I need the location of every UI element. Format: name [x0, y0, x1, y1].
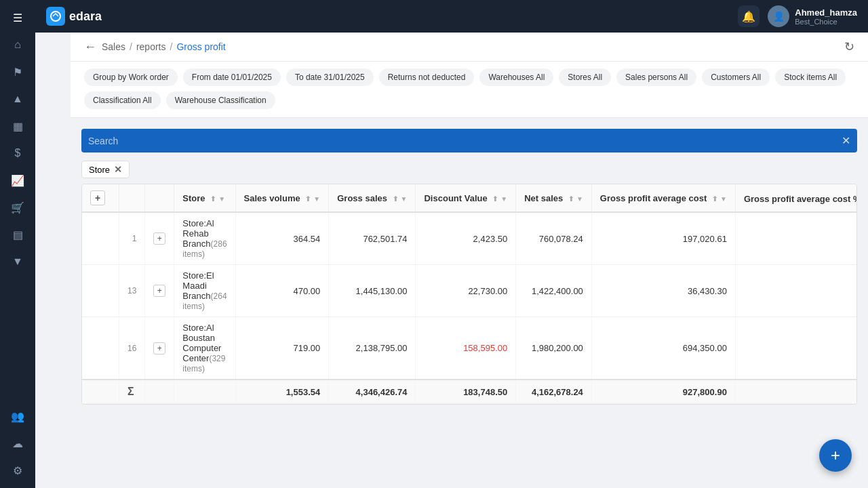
filter-stores[interactable]: Stores All	[559, 68, 611, 86]
net-sales-filter-icon[interactable]: ▼	[576, 195, 583, 203]
total-sigma: Σ	[119, 380, 145, 404]
sidebar-cart[interactable]: 🛒	[5, 195, 30, 220]
filter-group-by[interactable]: Group by Work order	[84, 68, 178, 86]
th-store: Store ⬆ ▼	[174, 184, 235, 212]
filter-customers[interactable]: Customers All	[702, 68, 770, 86]
sidebar-users[interactable]: 👥	[5, 404, 30, 428]
logo: edara	[46, 7, 102, 26]
search-container: ✕	[81, 129, 857, 152]
sidebar-home[interactable]: ⌂	[5, 33, 30, 57]
store-label: Store:Al Rehab Branch	[182, 218, 214, 249]
active-filter-store[interactable]: Store ✕	[81, 161, 130, 178]
cell-gross-profit-avg-cost: 197,020.61	[591, 212, 735, 265]
cell-store: Store:Al Boustan Computer Center(329 ite…	[174, 317, 235, 380]
total-gross-profit-avg-pct: 22.29	[735, 380, 857, 404]
sidebar-grid[interactable]: ▦	[5, 114, 30, 138]
th-discount-value: Discount Value ⬆ ▼	[416, 184, 516, 212]
store-sort-icon[interactable]: ⬆	[210, 195, 216, 203]
table-row: 16 + Store:Al Boustan Computer Center(32…	[82, 317, 857, 380]
th-expand	[145, 184, 174, 212]
cell-store: Store:Al Rehab Branch(286 items)	[174, 212, 235, 265]
cell-sales-volume: 719.00	[235, 317, 329, 380]
gp-avg-cost-sort-icon[interactable]: ⬆	[712, 195, 717, 203]
total-discount-value: 183,748.50	[416, 380, 516, 404]
data-table: + Store ⬆ ▼ Sales volume	[81, 184, 857, 405]
filter-returns[interactable]: Returns not deducted	[379, 68, 475, 86]
search-input[interactable]	[88, 136, 842, 146]
back-button[interactable]: ←	[84, 40, 96, 54]
user-subtitle: Best_Choice	[795, 18, 857, 26]
net-sales-sort-icon[interactable]: ⬆	[568, 195, 574, 203]
sidebar: ☰ ⌂ ⚑ ▲ ▦ $ 📈 🛒 ▤ ▼ 👥 ☁ ⚙	[0, 0, 35, 488]
th-discount-value-label: Discount Value	[424, 193, 487, 203]
expand-row-button[interactable]: +	[153, 232, 165, 245]
gp-avg-cost-filter-icon[interactable]: ▼	[720, 195, 727, 203]
sidebar-chart[interactable]: 📈	[5, 168, 30, 192]
page-header: ← Sales / reports / Gross profit ↻	[71, 33, 868, 62]
cell-row-num: 1	[119, 212, 145, 265]
expand-row-button[interactable]: +	[153, 342, 165, 354]
sidebar-menu[interactable]: ☰	[5, 5, 30, 30]
filter-sales-persons[interactable]: Sales persons All	[616, 68, 696, 86]
filter-warehouse-classification[interactable]: Warehouse Classification	[166, 92, 275, 109]
search-clear-button[interactable]: ✕	[842, 134, 850, 147]
filter-warehouses[interactable]: Warehouses All	[479, 68, 553, 86]
th-gross-sales-label: Gross sales	[337, 193, 387, 203]
sidebar-collapse[interactable]: ▲	[5, 87, 30, 111]
store-label: Store:El Maadi Branch	[182, 270, 214, 301]
filter-to-date[interactable]: To date 31/01/2025	[286, 68, 374, 86]
breadcrumb-reports[interactable]: reports	[136, 41, 166, 52]
discount-sort-icon[interactable]: ⬆	[492, 195, 498, 203]
cell-gross-profit-avg-pct: 32.46	[735, 317, 857, 380]
fab-button[interactable]: +	[819, 439, 852, 472]
total-gross-profit-avg-cost: 927,800.90	[591, 380, 735, 404]
th-gross-profit-avg-pct: Gross profit average cost % ⬆ ▼ ⋮	[735, 184, 857, 212]
cell-gross-sales: 2,138,795.00	[329, 317, 416, 380]
filter-classification[interactable]: Classification All	[84, 92, 161, 109]
gross-sales-filter-icon[interactable]: ▼	[401, 195, 408, 203]
store-filter-icon[interactable]: ▼	[218, 195, 225, 203]
cell-add	[82, 265, 119, 317]
expand-row-button[interactable]: +	[153, 285, 165, 297]
content-area: ✕ Store ✕ + Store	[71, 118, 868, 488]
sidebar-expand[interactable]: ▼	[5, 249, 30, 274]
sales-volume-sort-icon[interactable]: ⬆	[305, 195, 311, 203]
cell-discount-value: 2,423.50	[416, 212, 516, 265]
total-net-sales: 4,162,678.24	[516, 380, 592, 404]
user-details: Ahmed_hamza Best_Choice	[795, 7, 857, 26]
cell-row-num: 13	[119, 265, 145, 317]
sidebar-cloud[interactable]: ☁	[5, 431, 30, 455]
total-cell-store	[174, 380, 235, 404]
refresh-button[interactable]: ↻	[844, 39, 854, 54]
sales-volume-filter-icon[interactable]: ▼	[313, 195, 320, 203]
cell-net-sales: 760,078.24	[516, 212, 592, 265]
notifications-button[interactable]: 🔔	[738, 5, 760, 27]
sidebar-flag[interactable]: ⚑	[5, 60, 30, 84]
add-column-button[interactable]: +	[90, 190, 105, 205]
sidebar-dollar[interactable]: $	[5, 141, 30, 165]
active-filters-row: Store ✕	[81, 161, 857, 178]
user-info: 👤 Ahmed_hamza Best_Choice	[768, 5, 857, 27]
cell-net-sales: 1,422,400.00	[516, 265, 592, 317]
gross-sales-sort-icon[interactable]: ⬆	[393, 195, 398, 203]
cell-discount-value: 22,730.00	[416, 265, 516, 317]
discount-filter-icon[interactable]: ▼	[500, 195, 507, 203]
sidebar-settings[interactable]: ⚙	[5, 458, 30, 483]
cell-gross-profit-avg-cost: 36,430.30	[591, 265, 735, 317]
th-gross-sales: Gross sales ⬆ ▼	[329, 184, 416, 212]
filter-stock-items[interactable]: Stock items All	[775, 68, 846, 86]
cell-expand: +	[145, 212, 174, 265]
avatar: 👤	[768, 5, 789, 27]
cell-gross-sales: 1,445,130.00	[329, 265, 416, 317]
active-filter-store-label: Store	[89, 165, 110, 175]
table-row: 13 + Store:El Maadi Branch(264 items) 47…	[82, 265, 857, 317]
breadcrumb-sales[interactable]: Sales	[102, 41, 125, 52]
main-content: ← Sales / reports / Gross profit ↻ Group…	[71, 33, 868, 488]
topbar: edara 🔔 👤 Ahmed_hamza Best_Choice	[35, 0, 868, 33]
sidebar-list[interactable]: ▤	[5, 222, 30, 247]
filter-from-date[interactable]: From date 01/01/2025	[183, 68, 281, 86]
th-sales-volume: Sales volume ⬆ ▼	[235, 184, 329, 212]
total-cell-expand	[145, 380, 174, 404]
active-filter-store-remove[interactable]: ✕	[114, 164, 122, 175]
th-sales-volume-label: Sales volume	[244, 193, 300, 203]
